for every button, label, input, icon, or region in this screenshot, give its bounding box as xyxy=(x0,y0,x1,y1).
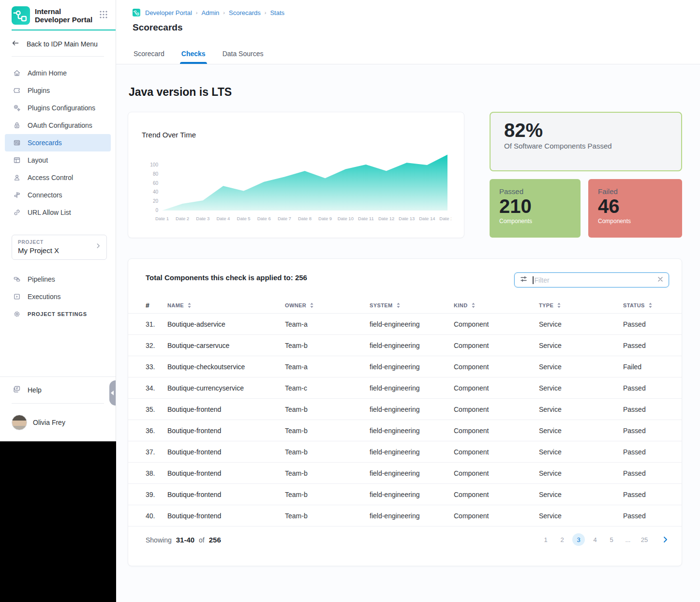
sidebar-item-label: Plugins Configurations xyxy=(28,104,95,112)
pass-fail-row: Passed 210 Components Failed 46 Componen… xyxy=(490,179,682,238)
cell-index: 33. xyxy=(146,363,167,371)
sidebar-item-scorecards[interactable]: Scorecards xyxy=(5,134,111,151)
cell-index: 38. xyxy=(146,469,167,477)
table-row[interactable]: 34.Boutique-currencyserviceTeam-cfield-e… xyxy=(128,377,682,399)
table-row[interactable]: 32.Boutique-carservuceTeam-bfield-engine… xyxy=(128,335,682,356)
next-page-button[interactable] xyxy=(661,536,669,543)
column-header-owner[interactable]: OWNER xyxy=(285,302,370,308)
of-label: of xyxy=(199,536,205,544)
sidebar-item-admin-home[interactable]: Admin Home xyxy=(5,64,111,82)
sidebar-item-connectors[interactable]: Connectors xyxy=(5,186,111,204)
svg-text:Date 15: Date 15 xyxy=(439,216,451,221)
column-label: # xyxy=(146,301,149,309)
pass-rate-caption: Of Software Components Passed xyxy=(504,142,668,150)
page-ellipsis: ... xyxy=(622,533,634,546)
table-row[interactable]: 35.Boutique-frontendTeam-bfield-engineer… xyxy=(128,399,682,420)
svg-text:Date 1: Date 1 xyxy=(155,216,169,221)
sidebar-item-label: Pipelines xyxy=(28,275,55,283)
help-label: Help xyxy=(28,386,42,394)
table-footer: Showing 31-40 of 256 12345...25 xyxy=(128,527,682,553)
column-label: TYPE xyxy=(539,302,553,308)
tab-checks[interactable]: Checks xyxy=(181,50,206,64)
trend-area-chart: 020406080100Date 1Date 2Date 3Date 4Date… xyxy=(142,139,450,231)
cell-system: field-engineering xyxy=(370,469,454,477)
summary-row: Trend Over Time 020406080100Date 1Date 2… xyxy=(128,112,682,238)
tab-data-sources[interactable]: Data Sources xyxy=(223,50,264,64)
arrow-left-icon xyxy=(12,39,19,48)
page-1[interactable]: 1 xyxy=(539,533,552,546)
sidebar-item-plugins[interactable]: Plugins xyxy=(5,82,111,99)
table-row[interactable]: 33.Boutique-checkoutserviceTeam-afield-e… xyxy=(128,356,682,377)
column-header-kind[interactable]: KIND xyxy=(454,302,539,308)
sidebar-item-pipelines[interactable]: Pipelines xyxy=(5,271,111,288)
page-5[interactable]: 5 xyxy=(605,533,618,546)
svg-text:20: 20 xyxy=(153,198,159,204)
failed-label: Failed xyxy=(598,187,672,196)
filter-sliders-icon[interactable] xyxy=(520,275,528,285)
column-header-type[interactable]: TYPE xyxy=(539,302,623,308)
cell-index: 36. xyxy=(146,427,167,435)
column-header-: # xyxy=(146,301,167,309)
sidebar-item-oauth-configurations[interactable]: OAuth Configurations xyxy=(5,117,111,134)
sidebar-item-access-control[interactable]: Access Control xyxy=(5,169,111,186)
column-header-status[interactable]: STATUS xyxy=(623,302,682,308)
cell-kind: Component xyxy=(454,427,539,435)
page-25[interactable]: 25 xyxy=(638,533,651,546)
app-grid-icon[interactable] xyxy=(99,10,108,21)
sidebar-item-plugins-configurations[interactable]: Plugins Configurations xyxy=(5,99,111,117)
cell-owner: Team-a xyxy=(285,320,370,328)
sidebar-item-label: Layout xyxy=(28,156,48,164)
breadcrumb-stats[interactable]: Stats xyxy=(270,9,284,16)
check-title: Java version is LTS xyxy=(129,86,682,99)
cell-system: field-engineering xyxy=(370,448,454,456)
sidebar-collapse-handle[interactable] xyxy=(109,380,116,406)
sort-icon xyxy=(471,302,476,308)
svg-text:Date 9: Date 9 xyxy=(318,216,332,221)
svg-text:Date 7: Date 7 xyxy=(278,216,291,221)
sidebar-item-project-settings[interactable]: PROJECT SETTINGS xyxy=(5,305,111,323)
stats-column: 82% Of Software Components Passed Passed… xyxy=(490,112,682,238)
project-selector[interactable]: PROJECT My Project X xyxy=(12,235,107,260)
sidebar-item-label: Access Control xyxy=(28,174,73,181)
filter-input[interactable] xyxy=(534,276,657,284)
sidebar-item-label: Connectors xyxy=(28,191,62,199)
svg-text:Date 4: Date 4 xyxy=(216,216,230,221)
cell-owner: Team-c xyxy=(285,384,370,392)
breadcrumb-scorecards[interactable]: Scorecards xyxy=(229,9,261,16)
table-row[interactable]: 39.Boutique-frontendTeam-bfield-engineer… xyxy=(128,484,682,505)
breadcrumb-developer-portal[interactable]: Developer Portal xyxy=(145,9,192,16)
user-menu[interactable]: Olivia Frey xyxy=(0,404,116,441)
sidebar-bottom: Help Olivia Frey xyxy=(0,376,116,441)
table-row[interactable]: 38.Boutique-frontendTeam-bfield-engineer… xyxy=(128,463,682,484)
failed-card: Failed 46 Components xyxy=(588,179,682,238)
cell-system: field-engineering xyxy=(370,406,454,413)
svg-text:80: 80 xyxy=(153,171,159,177)
back-to-idp-main-menu[interactable]: Back to IDP Main Menu xyxy=(0,30,116,56)
table-row[interactable]: 37.Boutique-frontendTeam-bfield-engineer… xyxy=(128,441,682,463)
cell-type: Service xyxy=(539,342,623,349)
pass-rate-card: 82% Of Software Components Passed xyxy=(490,112,682,171)
breadcrumb-separator: › xyxy=(265,10,267,15)
breadcrumb-separator: › xyxy=(223,10,225,15)
table-row[interactable]: 36.Boutique-frontendTeam-bfield-engineer… xyxy=(128,420,682,441)
sidebar-item-url-allow-list[interactable]: URL Allow List xyxy=(5,204,111,221)
sidebar-item-layout[interactable]: Layout xyxy=(5,151,111,169)
sidebar-item-executions[interactable]: Executions xyxy=(5,288,111,305)
idp-logo-icon xyxy=(12,6,30,25)
table-row[interactable]: 40.Boutique-frontendTeam-bfield-engineer… xyxy=(128,505,682,527)
page-2[interactable]: 2 xyxy=(556,533,568,546)
breadcrumb-admin[interactable]: Admin xyxy=(202,9,220,16)
avatar xyxy=(12,415,27,430)
page-3[interactable]: 3 xyxy=(572,533,585,546)
tab-scorecard[interactable]: Scorecard xyxy=(134,50,164,64)
link-icon xyxy=(13,209,21,217)
column-header-system[interactable]: SYSTEM xyxy=(370,302,454,308)
column-header-name[interactable]: NAME xyxy=(167,302,285,308)
pagination: 12345...25 xyxy=(539,533,669,546)
clear-filter-icon[interactable] xyxy=(657,276,664,285)
page-4[interactable]: 4 xyxy=(589,533,601,546)
table-body: 31.Boutique-adserviceTeam-afield-enginee… xyxy=(128,314,682,527)
failed-components-label: Components xyxy=(598,218,672,225)
table-row[interactable]: 31.Boutique-adserviceTeam-afield-enginee… xyxy=(128,314,682,335)
help-button[interactable]: Help xyxy=(0,377,116,403)
